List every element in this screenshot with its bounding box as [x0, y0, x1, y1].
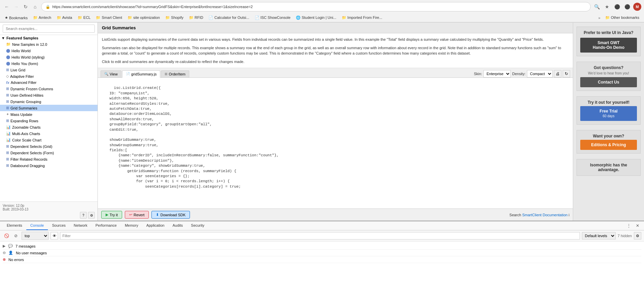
bookmark-calculator[interactable]: 📄 Calculator for Outsi... — [206, 15, 251, 21]
editions-button[interactable]: Editions & Pricing — [580, 140, 637, 150]
grid-icon: ⊞ — [6, 93, 9, 97]
sidebar-item-label: Zoomable Charts — [12, 125, 40, 129]
devtools-more-button[interactable]: ⋮ — [625, 222, 633, 229]
sidebar-item-hello-world[interactable]: ⬤ Hello World — [0, 47, 97, 54]
sidebar-item-mass-update[interactable]: ✦ Mass Update — [0, 111, 97, 118]
bookmark-star[interactable]: ★ Bookmarks — [3, 15, 30, 21]
help-button[interactable]: ? — [80, 212, 87, 219]
sidebar-item-adaptive-filter[interactable]: ◇ Adaptive Filter — [0, 73, 97, 79]
bookmarks-more[interactable]: » — [597, 15, 601, 21]
back-button[interactable]: ← — [3, 3, 11, 11]
extension-button-2[interactable]: ⚫ — [623, 3, 631, 11]
devtools-tab-audits[interactable]: Audits — [168, 221, 187, 230]
devtools-context-select[interactable]: top — [22, 232, 49, 240]
sidebar-item-grid-summaries[interactable]: ⊞ Grid Summaries — [0, 105, 97, 111]
devtools-tab-performance[interactable]: Performance — [91, 221, 121, 230]
bookmark-smartclient[interactable]: 📁 Smart Client — [94, 15, 124, 21]
bookmark-ecl[interactable]: 📁 ECL — [76, 15, 92, 21]
bookmark-isc[interactable]: 📄 ISC ShowConsole — [253, 15, 292, 21]
devtools-filter-input[interactable] — [60, 232, 580, 239]
js-tab-icon: 📄 — [126, 72, 130, 76]
tab-controls: Skin: Enterprise Tahoe Stratus Neptune G… — [474, 70, 570, 77]
expand-icon[interactable]: ▶ — [3, 244, 5, 248]
sidebar-item-zoomable-charts[interactable]: 📊 Zoomable Charts — [0, 124, 97, 130]
sidebar-item-databound[interactable]: ⊞ Databound Dragging — [0, 162, 97, 169]
forward-button[interactable]: → — [12, 3, 20, 11]
bookmark-shopify[interactable]: 📁 Shopify — [163, 15, 186, 21]
devtools-tab-console[interactable]: Console — [26, 221, 48, 230]
try-it-button[interactable]: ▶ Try it — [101, 211, 122, 219]
smart-gwt-button[interactable]: Smart GWTHands-On Demo — [580, 38, 637, 53]
tab-orderitem[interactable]: ⊞ OrderItem — [161, 70, 189, 77]
devtools-clear-button[interactable]: 🚫 — [3, 232, 10, 239]
bookmark-other[interactable]: 📁 Other bookmarks — [603, 15, 641, 21]
minus-icon[interactable]: ⊖ — [3, 251, 6, 255]
sidebar-item-multi-axis[interactable]: 📊 Multi-Axis Charts — [0, 130, 97, 137]
devtools-tab-sources[interactable]: Sources — [48, 221, 69, 230]
devtools-stop-button[interactable]: ⊘ — [12, 232, 20, 239]
refresh-button[interactable]: ↻ — [563, 70, 570, 77]
sidebar-tree: ▼ Featured Samples 📁 New Samples in 12.0… — [0, 35, 97, 201]
sidebar-item-live-grid[interactable]: ⊞ Live Grid — [0, 67, 97, 73]
settings-button[interactable]: ⚙ — [88, 212, 95, 219]
search-button[interactable]: 🔍 — [593, 3, 601, 11]
density-select[interactable]: Compact Medium Spacious — [527, 70, 553, 77]
devtools-tab-security[interactable]: Security — [187, 221, 208, 230]
sidebar-item-new-samples[interactable]: 📁 New Samples in 12.0 — [0, 41, 97, 47]
sidebar-item-dynamic-frozen[interactable]: ⊞ Dynamic Frozen Columns — [0, 86, 97, 92]
devtools-log-level[interactable]: Default levels — [582, 232, 616, 239]
sidebar-item-filter-related[interactable]: ⊞ Filter Related Records — [0, 156, 97, 162]
sidebar-item-featured[interactable]: ▼ Featured Samples — [0, 35, 97, 41]
contact-us-button[interactable]: Contact Us — [580, 77, 637, 87]
bookmark-siteopt[interactable]: 📁 site optimization — [125, 15, 162, 21]
download-button[interactable]: ⬇ Download SDK — [151, 211, 190, 219]
tab-gridsummary[interactable]: 📄 gridSummary.js — [122, 70, 161, 78]
search-input[interactable] — [3, 25, 95, 33]
bookmark-rfid[interactable]: 📁 RFID — [187, 15, 205, 21]
reload-button[interactable]: ↻ — [22, 3, 30, 11]
print-button[interactable]: 🖨 — [554, 70, 561, 77]
description-3: Click to edit and summaries are dynamica… — [102, 59, 569, 65]
skin-select[interactable]: Enterprise Tahoe Stratus Neptune Graphit… — [483, 70, 511, 77]
bookmark-imported[interactable]: 📁 Imported From Fire... — [340, 15, 384, 21]
devtools-close-button[interactable]: ✕ — [634, 222, 641, 229]
sidebar-item-dynamic-grouping[interactable]: ⊞ Dynamic Grouping — [0, 98, 97, 105]
main-area: ▼ Featured Samples 📁 New Samples in 12.0… — [0, 23, 644, 221]
build-text: Built: 2019-03-13 — [3, 207, 95, 211]
sidebar-item-dependent-form[interactable]: ⊞ Dependent Selects (Form) — [0, 150, 97, 156]
grid-icon: ⊞ — [6, 106, 9, 110]
devtools-tab-elements[interactable]: Elements — [3, 221, 26, 230]
own-title: Want your own? — [580, 134, 637, 138]
devtools-tab-network[interactable]: Network — [70, 221, 91, 230]
address-bar[interactable]: 🔒 https://www.smartclient.com/smartclien… — [41, 2, 591, 11]
devtools-tab-memory[interactable]: Memory — [121, 221, 142, 230]
density-label: Density: — [512, 72, 526, 76]
free-trial-button[interactable]: Free Trial 60 days — [580, 106, 637, 121]
devtools-gear-button[interactable]: ⚙ — [634, 232, 641, 239]
sidebar-item-advanced-filter[interactable]: fx Advanced Filter — [0, 79, 97, 86]
sidebar-item-label: Grid Summaries — [10, 106, 37, 110]
item-icon: ⬤ — [6, 55, 10, 59]
bookmark-amtech[interactable]: 📁 Amtech — [31, 15, 53, 21]
sidebar-item-dependent-grid[interactable]: ⊞ Dependent Selects (Grid) — [0, 143, 97, 150]
sidebar-item-hello-world-styling[interactable]: ⬤ Hello World (styling) — [0, 54, 97, 60]
bookmark-avista[interactable]: 📁 Avista — [55, 15, 74, 21]
extension-button[interactable]: ⚫ — [613, 3, 621, 11]
devtools-tab-application[interactable]: Application — [142, 221, 169, 230]
url-text: https://www.smartclient.com/smartclient/… — [52, 5, 253, 9]
sidebar-item-expanding-rows[interactable]: ⊞ Expanding Rows — [0, 118, 97, 124]
devtools-eye-button[interactable]: 👁 — [51, 232, 58, 239]
bookmark-star-button[interactable]: ★ — [603, 3, 611, 11]
tab-view[interactable]: 🔍 View — [101, 70, 121, 77]
bookmark-student[interactable]: 🌐 Student Login | Uni... — [294, 15, 338, 21]
sidebar-item-color-scale[interactable]: 📊 Color Scale Chart — [0, 137, 97, 143]
sidebar-item-hello-you[interactable]: ⬤ Hello You (form) — [0, 60, 97, 67]
version-text: Version: 12.0p — [3, 204, 95, 207]
home-button[interactable]: ⌂ — [31, 3, 39, 11]
devtools-row-user-messages: ⊖ 👤 No user messages — [3, 250, 641, 256]
code-area[interactable]: isc.ListGrid.create({ ID: "companyList",… — [98, 78, 573, 209]
revert-button[interactable]: ↩ Revert — [125, 211, 149, 219]
sidebar-item-user-hilites[interactable]: ⊞ User-Defined Hilites — [0, 92, 97, 98]
profile-button[interactable]: M — [633, 3, 641, 11]
search-docs-link[interactable]: SmartClient Documentation — [522, 213, 568, 217]
